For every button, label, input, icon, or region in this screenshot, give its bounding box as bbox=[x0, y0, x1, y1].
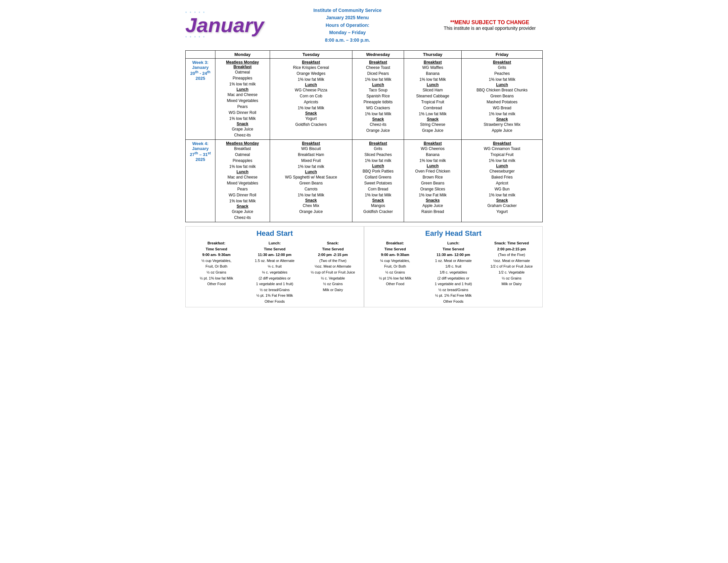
w3mon-snack: Grape Juice Cheez-its bbox=[217, 126, 268, 138]
list-item: Goldfish Crackers bbox=[272, 121, 350, 127]
week3-monday: Meatless Monday Breakfast Oatmeal Pineap… bbox=[215, 58, 270, 139]
week3-row: Week 3: January 20th - 24th 2025 Meatles… bbox=[186, 58, 543, 139]
w4mon-snack: Grape Juice Cheez-its bbox=[217, 209, 268, 220]
ehs-snack-title: Snack: Time Served2:00 pm-2:15 pm bbox=[483, 240, 540, 252]
hs-snack-col: Snack:Time Served2:00 pm -2:15 pm (Two o… bbox=[305, 240, 361, 305]
list-item: Orange Juice bbox=[272, 209, 350, 214]
w4wed-section: Breakfast bbox=[354, 141, 402, 146]
head-start-title: Head Start bbox=[188, 229, 361, 238]
hours-time: 8:00 a.m. – 3:00 p.m. bbox=[313, 36, 382, 44]
week4-wednesday: Breakfast Grits Sliced Peaches 1% low fa… bbox=[352, 139, 404, 222]
w4wed-lunch: BBQ Pork Patties Collard Greens Sweet Po… bbox=[354, 168, 402, 198]
w3mon-lunch-label: Lunch bbox=[217, 87, 268, 92]
list-item: Grits bbox=[354, 146, 402, 152]
w3thu-section: Breakfast bbox=[406, 60, 459, 65]
w4thu-breakfast: WG Cheerios Banana 1% low fat milk bbox=[406, 146, 459, 164]
month-title: January bbox=[185, 15, 258, 35]
list-item: WG Cheerios bbox=[406, 146, 459, 152]
ehs-lunch-items: 1 oz. Meat or Alternate 1/8 c. fruit 1/8… bbox=[425, 258, 481, 305]
w3wed-snack-label: Snack bbox=[354, 117, 402, 121]
list-item: WG Cheese Pizza bbox=[272, 87, 350, 93]
w3wed-snack: Cheez-its Orange Juice bbox=[354, 121, 402, 133]
list-item: Cheese Toast bbox=[354, 65, 402, 70]
list-item: 1% Low fat Milk bbox=[406, 111, 459, 117]
list-item: Orange Juice bbox=[354, 127, 402, 133]
list-item: Pineapples bbox=[217, 158, 268, 164]
w3tue-section: Breakfast bbox=[272, 60, 350, 65]
list-item: Tropical Fruit bbox=[406, 99, 459, 105]
list-item: 1% low fat Milk bbox=[354, 76, 402, 82]
list-item: Mixed Vegetables bbox=[217, 98, 268, 104]
hs-snack-title: Snack:Time Served2:00 pm -2:15 pm bbox=[305, 240, 361, 258]
w3fri-breakfast: Grits Peaches 1% low fat Milk bbox=[464, 65, 540, 82]
week4-row: Week 4: January 27th – 31st 2025 Meatles… bbox=[186, 139, 543, 222]
institute-name: Institute of Community Service bbox=[313, 7, 382, 14]
list-item: Corn Bread bbox=[354, 186, 402, 192]
w4wed-breakfast: Grits Sliced Peaches 1% low fat milk bbox=[354, 146, 402, 164]
list-item: Cornbread bbox=[406, 105, 459, 111]
list-item: 1% low fat milk bbox=[464, 111, 540, 117]
header-center-info: Institute of Community Service January 2… bbox=[313, 7, 382, 44]
list-item: Green Beans bbox=[272, 180, 350, 186]
list-item: Sliced Peaches bbox=[354, 152, 402, 158]
list-item: Pears bbox=[217, 104, 268, 110]
w3mon-section: Meatless Monday bbox=[217, 60, 268, 65]
w4fri-lunch: Cheeseburger Baked Fries Apricot WG Bun … bbox=[464, 168, 540, 198]
list-item: WG Bun bbox=[464, 186, 540, 192]
w4tue-breakfast: WG Biscuit Breakfast Ham Mixed Fruit 1% … bbox=[272, 146, 350, 169]
list-item: 1% low fat Milk bbox=[354, 111, 402, 117]
list-item: WG Dinner Roll bbox=[217, 192, 268, 198]
w3fri-snack-label: Snack bbox=[464, 117, 540, 121]
list-item: 1% low fat milk bbox=[217, 164, 268, 169]
list-item: Cheeseburger bbox=[464, 168, 540, 174]
list-item: Spanish Rice bbox=[354, 93, 402, 99]
week3-wednesday: Breakfast Cheese Toast Diced Pears 1% lo… bbox=[352, 58, 404, 139]
list-item: String Cheese bbox=[406, 121, 459, 127]
list-item: Taco Soup bbox=[354, 87, 402, 93]
list-item: Grape Juice bbox=[217, 209, 268, 214]
logo-area: ° ° ° ° ° January ° ° ° ° ° bbox=[185, 11, 258, 39]
page-header: ° ° ° ° ° January ° ° ° ° ° Institute of… bbox=[185, 3, 543, 47]
w3mon-snack-label: Snack bbox=[217, 121, 268, 126]
list-item: 1% low fat Milk bbox=[217, 116, 268, 121]
list-item: 1% low fat Milk bbox=[354, 192, 402, 198]
list-item: 1% low fat Milk bbox=[272, 105, 350, 111]
col-thursday: Thursday bbox=[404, 50, 461, 58]
list-item: Collard Greens bbox=[354, 174, 402, 180]
list-item: Graham Cracker bbox=[464, 203, 540, 209]
list-item: Apple Juice bbox=[464, 127, 540, 133]
ehs-columns: Breakfast:Time Served9:00 am- 9:30am ¼ c… bbox=[367, 240, 540, 305]
list-item: Orange Slices bbox=[406, 186, 459, 192]
list-item: Cheez-its bbox=[217, 214, 268, 220]
w4tue-lunch-label: Lunch bbox=[272, 169, 350, 174]
list-item: Apricots bbox=[272, 99, 350, 105]
w4mon-section: Meatless Monday bbox=[217, 141, 268, 146]
list-item: Sliced Ham bbox=[406, 87, 459, 93]
week3-thursday: Breakfast WG Waffles Banana 1% low fat M… bbox=[404, 58, 461, 139]
bottom-sections: Head Start Breakfast:Time Served9:00 am-… bbox=[185, 226, 543, 308]
w3tue-snack: Yogurt Goldfish Crackers bbox=[272, 116, 350, 127]
list-item: 1% low fat milk bbox=[406, 158, 459, 164]
week3-tuesday: Breakfast Rice Krispies Cereal Orange We… bbox=[270, 58, 352, 139]
list-item: Banana bbox=[406, 70, 459, 76]
col-monday: Monday bbox=[215, 50, 270, 58]
list-item: Baked Fries bbox=[464, 174, 540, 180]
list-item: Breakfast Ham bbox=[272, 152, 350, 158]
week4-label: Week 4: January 27th – 31st 2025 bbox=[186, 139, 215, 222]
w3fri-snack: Strawberry Chex Mix Apple Juice bbox=[464, 121, 540, 133]
w4thu-lunch-label: Lunch bbox=[406, 164, 459, 168]
w4fri-lunch-label: Lunch bbox=[464, 164, 540, 168]
w4tue-snack-label: Snack bbox=[272, 198, 350, 203]
early-head-start-title: Early Head Start bbox=[367, 229, 540, 238]
w3tue-lunch: WG Cheese Pizza Corn on Cob Apricots 1% … bbox=[272, 87, 350, 111]
list-item: Mixed Vegetables bbox=[217, 180, 268, 186]
list-item: WG Cinnamon Toast bbox=[464, 146, 540, 152]
hours-label: Hours of Operation: bbox=[313, 22, 382, 29]
list-item: Grits bbox=[464, 65, 540, 70]
list-item: 1% low fat milk bbox=[464, 192, 540, 198]
w4mon-lunch: Mac and Cheese Mixed Vegetables Pears WG… bbox=[217, 174, 268, 204]
w3mon-lunch: Mac and Cheese Mixed Vegetables Pears WG… bbox=[217, 92, 268, 121]
list-item: Tropical Fruit bbox=[464, 152, 540, 158]
w3fri-lunch: BBQ Chicken Breast Chunks Green Beans Ma… bbox=[464, 87, 540, 117]
w4fri-snack: Graham Cracker Yogurt bbox=[464, 203, 540, 214]
